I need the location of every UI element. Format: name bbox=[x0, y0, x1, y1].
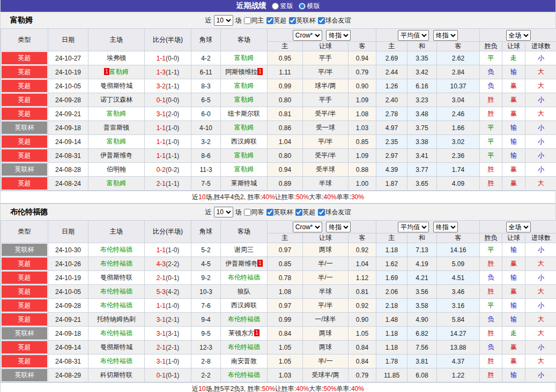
handicap-result: 输 bbox=[502, 271, 525, 285]
goals-result: 小 bbox=[525, 51, 556, 65]
average-select[interactable]: 平均值 bbox=[398, 222, 429, 232]
col-date: 日期 bbox=[48, 29, 88, 51]
avg-away-odds: 14.27 bbox=[437, 327, 480, 341]
match-date: 24-09-28 bbox=[48, 299, 88, 313]
avg-home-odds: 11.85 bbox=[376, 368, 407, 382]
match-score: 2-1(0-1) bbox=[145, 271, 191, 285]
league-option[interactable]: 球会友谊 bbox=[318, 208, 351, 217]
final-index-select[interactable]: 终指 bbox=[326, 30, 351, 41]
same-venue-option[interactable]: 同主 bbox=[244, 16, 264, 25]
corner-count: 6-0 bbox=[191, 107, 221, 121]
col-odds-away: 客 bbox=[349, 42, 376, 51]
avg-draw-odds: 3.41 bbox=[407, 149, 437, 163]
outcome-result: 平 bbox=[480, 51, 502, 65]
scope-select[interactable]: 全场 bbox=[506, 222, 531, 232]
league-checkbox[interactable] bbox=[318, 209, 325, 216]
league-option[interactable]: 英联杯 bbox=[266, 208, 293, 217]
match-score: 5-3(4-2) bbox=[145, 285, 191, 299]
vertical-layout-radio[interactable] bbox=[272, 3, 279, 10]
goals-result: 小 bbox=[525, 163, 556, 177]
col-avg-draw: 和 bbox=[407, 233, 437, 243]
avg-away-odds: 14.16 bbox=[437, 243, 480, 257]
crow-handicap: 受半球 bbox=[303, 163, 349, 177]
league-option[interactable]: 英超 bbox=[295, 208, 316, 217]
horizontal-layout-radio[interactable] bbox=[299, 3, 306, 10]
league-badge-cell: 英联杯 bbox=[1, 243, 48, 257]
goals-result: 大 bbox=[525, 313, 556, 327]
corner-count: 5-2 bbox=[191, 243, 221, 257]
match-row: 英超24-10-05布伦特福德5-3(4-2)10-3狼队1.08半球0.812… bbox=[1, 285, 556, 299]
avg-home-odds: 2.69 bbox=[376, 51, 407, 65]
match-row: 英超24-10-19曼彻斯特联2-1(0-1)9-2布伦特福德0.78半/一1.… bbox=[1, 271, 556, 285]
league-option[interactable]: 英联杯 bbox=[289, 16, 316, 25]
crow-away-odds: 1.05 bbox=[349, 327, 376, 341]
league-checkbox[interactable] bbox=[289, 17, 296, 24]
crow-away-odds: 1.03 bbox=[349, 121, 376, 135]
match-date: 24-09-18 bbox=[48, 327, 88, 341]
league-badge-cell: 英超 bbox=[1, 51, 48, 65]
league-badge-cell: 英超 bbox=[1, 355, 48, 368]
final-index-select-2[interactable]: 终指 bbox=[433, 222, 458, 232]
home-team: 科切斯特联 bbox=[88, 368, 145, 382]
league-option[interactable]: 英超 bbox=[266, 16, 287, 25]
final-index-select-2[interactable]: 终指 bbox=[433, 30, 458, 41]
scope-select[interactable]: 全场 bbox=[506, 30, 531, 41]
handicap-result: 赢 bbox=[502, 285, 525, 299]
horizontal-layout-option[interactable]: 横版 bbox=[299, 2, 320, 11]
goals-result: 大 bbox=[525, 107, 556, 121]
match-score: 1-1(1-0) bbox=[145, 243, 191, 257]
goals-result: 小 bbox=[525, 271, 556, 285]
average-select[interactable]: 平均值 bbox=[398, 30, 429, 41]
same-venue-option[interactable]: 同客 bbox=[244, 208, 264, 217]
games-count-select[interactable]: 10 bbox=[214, 15, 233, 26]
league-badge-cell: 英超 bbox=[1, 299, 48, 313]
match-row: 英超24-09-28布伦特福德1-1(1-0)7-6西汉姆联0.97平/半0.9… bbox=[1, 299, 556, 313]
avg-away-odds: 1.74 bbox=[437, 163, 480, 177]
bookmaker-select[interactable]: Crow* bbox=[293, 222, 322, 232]
final-index-select[interactable]: 终指 bbox=[326, 222, 351, 232]
crow-handicap: 半球 bbox=[303, 177, 349, 191]
vertical-layout-option[interactable]: 竖版 bbox=[272, 2, 293, 11]
crow-home-odds: 0.97 bbox=[268, 299, 303, 313]
avg-away-odds: 1.66 bbox=[437, 121, 480, 135]
avg-home-odds: 4.97 bbox=[376, 121, 407, 135]
league-checkbox[interactable] bbox=[266, 17, 273, 24]
same-venue-checkbox[interactable] bbox=[244, 209, 251, 216]
games-count-select[interactable]: 10 bbox=[214, 207, 233, 217]
corner-count: 7-6 bbox=[191, 299, 221, 313]
league-badge-cell: 英联杯 bbox=[1, 163, 48, 177]
match-score: 3-1(2-1) bbox=[145, 313, 191, 327]
avg-home-odds: 2.97 bbox=[376, 149, 407, 163]
league-checkbox[interactable] bbox=[295, 209, 302, 216]
match-row: 英联杯24-10-30布伦特福德1-1(1-0)5-2谢周三0.97两球0.92… bbox=[1, 243, 556, 257]
handicap-result: 输 bbox=[502, 149, 525, 163]
crow-home-odds: 0.95 bbox=[268, 51, 303, 65]
near-label: 近 bbox=[205, 16, 212, 25]
outcome-result: 负 bbox=[480, 271, 502, 285]
same-venue-label: 同客 bbox=[251, 208, 264, 217]
league-badge-cell: 英超 bbox=[1, 135, 48, 149]
outcome-result: 胜 bbox=[480, 368, 502, 382]
away-team: 布伦特福德 bbox=[221, 341, 268, 355]
match-date: 24-10-26 bbox=[48, 257, 88, 271]
crow-home-odds: 0.94 bbox=[268, 163, 303, 177]
same-venue-checkbox[interactable] bbox=[244, 17, 251, 24]
league-option[interactable]: 球会友谊 bbox=[318, 16, 351, 25]
crow-away-odds: 0.92 bbox=[349, 243, 376, 257]
home-team: 曼彻斯特城 bbox=[88, 341, 145, 355]
bookmaker-select[interactable]: Crow* bbox=[293, 30, 322, 41]
home-team: 布伦特福德 bbox=[88, 355, 145, 368]
crow-home-odds: 1.11 bbox=[268, 65, 303, 79]
league-checkbox[interactable] bbox=[318, 17, 325, 24]
league-badge-cell: 英超 bbox=[1, 313, 48, 327]
crow-away-odds: 1.04 bbox=[349, 257, 376, 271]
corner-count: 6-5 bbox=[191, 93, 221, 107]
outcome-result: 平 bbox=[480, 135, 502, 149]
match-row: 英联杯24-08-29科切斯特联0-1(0-1)2-2布伦特福德1.03受球半/… bbox=[1, 368, 556, 382]
home-team: 诺丁汉森林 bbox=[88, 93, 145, 107]
crow-away-odds: 1.08 bbox=[349, 107, 376, 121]
away-team: 布伦特福德 bbox=[221, 271, 268, 285]
goals-result: 大 bbox=[525, 355, 556, 368]
league-checkbox[interactable] bbox=[266, 209, 273, 216]
match-row: 英超24-09-14富勒姆1-1(1-0)3-2西汉姆联1.04平/半0.852… bbox=[1, 135, 556, 149]
